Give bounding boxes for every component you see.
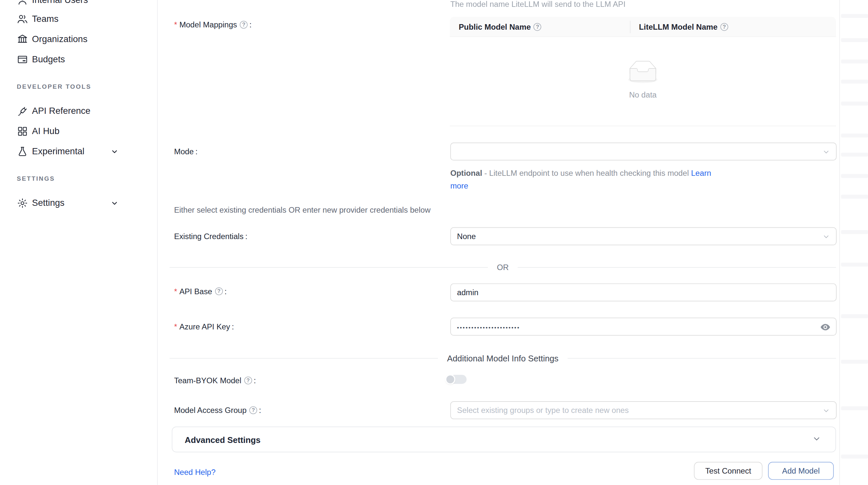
credit-card-icon: [17, 54, 28, 65]
chevron-down-icon: [111, 148, 119, 156]
sidebar-section-settings: SETTINGS: [17, 175, 55, 182]
team-icon: [17, 13, 28, 25]
background-ghost-row: [841, 14, 868, 18]
eye-icon[interactable]: [820, 322, 831, 333]
sidebar-item-ai-hub[interactable]: AI Hub: [0, 124, 158, 139]
background-ghost-row: [841, 59, 868, 63]
masked-password-value: ••••••••••••••••••••••: [457, 324, 520, 330]
background-ghost-row: [841, 195, 868, 199]
add-model-form: The model name LiteLLM will send to the …: [158, 0, 868, 485]
sidebar-item-organizations[interactable]: Organizations: [0, 31, 158, 47]
team-byok-label: Team-BYOK Model ? :: [174, 376, 256, 385]
question-circle-icon[interactable]: ?: [533, 23, 541, 31]
background-ghost-row: [841, 174, 868, 178]
bank-icon: [17, 34, 28, 45]
background-ghost-row: [841, 315, 868, 318]
api-base-value: admin: [457, 288, 479, 297]
model-access-group-placeholder: Select existing groups or type to create…: [457, 406, 629, 415]
table-header-row: Public Model Name ? LiteLLM Model Name ?: [450, 17, 836, 37]
sidebar-item-label: AI Hub: [32, 126, 59, 136]
mode-label: Mode:: [174, 147, 197, 156]
sidebar-item-label: Internal Users: [32, 0, 88, 5]
plug-icon: [17, 105, 28, 117]
gear-icon: [17, 198, 28, 209]
flask-icon: [17, 146, 28, 157]
sidebar-item-experimental[interactable]: Experimental: [0, 143, 158, 159]
background-ghost-row: [841, 153, 868, 157]
chevron-down-icon: [823, 233, 830, 240]
empty-state-text: No data: [450, 90, 836, 99]
question-circle-icon[interactable]: ?: [249, 407, 257, 414]
learn-more-link[interactable]: more: [450, 181, 468, 191]
need-help-link[interactable]: Need Help?: [174, 467, 215, 477]
sidebar-item-label: Organizations: [32, 34, 88, 44]
sidebar-item-api-reference[interactable]: API Reference: [0, 103, 158, 119]
question-circle-icon[interactable]: ?: [215, 287, 223, 295]
sidebar-item-label: Budgets: [32, 55, 65, 65]
background-ghost-row: [841, 407, 868, 410]
background-ghost-row: [841, 230, 868, 234]
background-ghost-row: [841, 360, 868, 364]
sidebar-item-internal-users[interactable]: Internal Users: [0, 0, 158, 8]
background-ghost-row: [841, 263, 868, 266]
chevron-down-icon: [823, 148, 830, 155]
sidebar-item-teams[interactable]: Teams: [0, 11, 158, 27]
existing-credentials-value: None: [457, 232, 476, 241]
mode-help-text: Optional - LiteLLM endpoint to use when …: [450, 167, 711, 192]
sidebar-item-budgets[interactable]: Budgets: [0, 52, 158, 67]
model-mappings-label: * Model Mappings ? :: [174, 20, 252, 29]
model-access-group-select[interactable]: Select existing groups or type to create…: [450, 401, 837, 419]
question-circle-icon[interactable]: ?: [244, 377, 252, 385]
chevron-down-icon: [823, 407, 830, 414]
empty-inbox-icon: [625, 61, 661, 84]
azure-api-key-input[interactable]: ••••••••••••••••••••••: [450, 318, 837, 335]
api-base-input[interactable]: admin: [450, 284, 837, 301]
mode-select[interactable]: [450, 142, 837, 160]
learn-more-link[interactable]: Learn: [691, 168, 711, 177]
sidebar-item-settings[interactable]: Settings: [0, 195, 158, 211]
azure-api-key-label: * Azure API Key :: [174, 322, 234, 331]
column-header-litellm-model-name: LiteLLM Model Name ?: [630, 17, 836, 36]
grid-icon: [17, 126, 28, 137]
table-empty-body: No data: [450, 37, 836, 127]
background-ghost-row: [841, 455, 868, 459]
model-access-group-label: Model Access Group ? :: [174, 406, 261, 415]
or-divider: OR: [170, 263, 836, 272]
additional-settings-divider: Additional Model Info Settings: [170, 354, 836, 363]
add-model-page: Internal Users Teams Organizations Budge…: [0, 0, 868, 485]
existing-credentials-label: Existing Credentials:: [174, 232, 247, 241]
add-model-button[interactable]: Add Model: [768, 462, 834, 480]
background-ghost-row: [841, 38, 868, 42]
additional-settings-divider-text: Additional Model Info Settings: [447, 354, 558, 363]
sidebar: Internal Users Teams Organizations Budge…: [0, 0, 158, 485]
required-marker: *: [174, 20, 177, 29]
background-ghost-row: [841, 101, 868, 105]
model-name-help-text: The model name LiteLLM will send to the …: [450, 0, 625, 8]
model-mappings-table: Public Model Name ? LiteLLM Model Name ?: [450, 17, 836, 127]
required-marker: *: [174, 287, 177, 296]
user-icon: [17, 0, 28, 5]
question-circle-icon[interactable]: ?: [720, 23, 728, 31]
sidebar-section-developer-tools: DEVELOPER TOOLS: [17, 83, 91, 90]
toggle-knob: [445, 375, 455, 385]
existing-credentials-select[interactable]: None: [450, 227, 837, 245]
background-ghost-row: [841, 134, 868, 138]
sidebar-item-label: Teams: [32, 14, 58, 24]
question-circle-icon[interactable]: ?: [240, 21, 248, 29]
test-connect-button[interactable]: Test Connect: [694, 462, 763, 480]
sidebar-item-label: API Reference: [32, 106, 90, 116]
sidebar-item-label: Settings: [32, 198, 64, 208]
advanced-settings-title: Advanced Settings: [185, 435, 812, 444]
advanced-settings-panel[interactable]: Advanced Settings: [172, 427, 836, 452]
sidebar-item-label: Experimental: [32, 147, 85, 157]
or-divider-text: OR: [497, 263, 509, 272]
chevron-down-icon: [111, 199, 119, 207]
team-byok-toggle[interactable]: [445, 375, 468, 385]
background-page-edge: [839, 0, 840, 485]
credentials-note: Either select existing credentials OR en…: [174, 205, 430, 215]
column-header-public-model-name: Public Model Name ?: [450, 17, 630, 36]
required-marker: *: [174, 322, 177, 331]
background-ghost-row: [841, 79, 868, 84]
api-base-label: * API Base ? :: [174, 287, 226, 296]
chevron-down-icon: [812, 434, 821, 445]
